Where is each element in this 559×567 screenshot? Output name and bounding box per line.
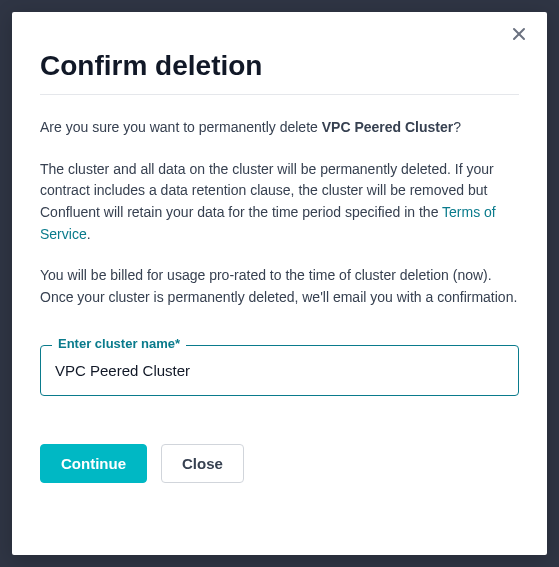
confirm-deletion-modal: Confirm deletion Are you sure you want t… xyxy=(12,12,547,555)
warning-prefix: The cluster and all data on the cluster … xyxy=(40,161,494,220)
confirm-question: Are you sure you want to permanently del… xyxy=(40,117,519,139)
cluster-name-bold: VPC Peered Cluster xyxy=(322,119,454,135)
confirm-prefix: Are you sure you want to permanently del… xyxy=(40,119,322,135)
cluster-name-field-wrap: Enter cluster name* xyxy=(40,345,519,396)
billing-text: You will be billed for usage pro-rated t… xyxy=(40,265,519,308)
warning-text: The cluster and all data on the cluster … xyxy=(40,159,519,246)
close-icon[interactable] xyxy=(511,26,531,46)
divider xyxy=(40,94,519,95)
close-button[interactable]: Close xyxy=(161,444,244,483)
continue-button[interactable]: Continue xyxy=(40,444,147,483)
cluster-name-input[interactable] xyxy=(40,345,519,396)
modal-title: Confirm deletion xyxy=(40,50,519,82)
warning-suffix: . xyxy=(87,226,91,242)
confirm-suffix: ? xyxy=(453,119,461,135)
modal-actions: Continue Close xyxy=(40,444,519,483)
cluster-name-label: Enter cluster name* xyxy=(52,336,186,351)
